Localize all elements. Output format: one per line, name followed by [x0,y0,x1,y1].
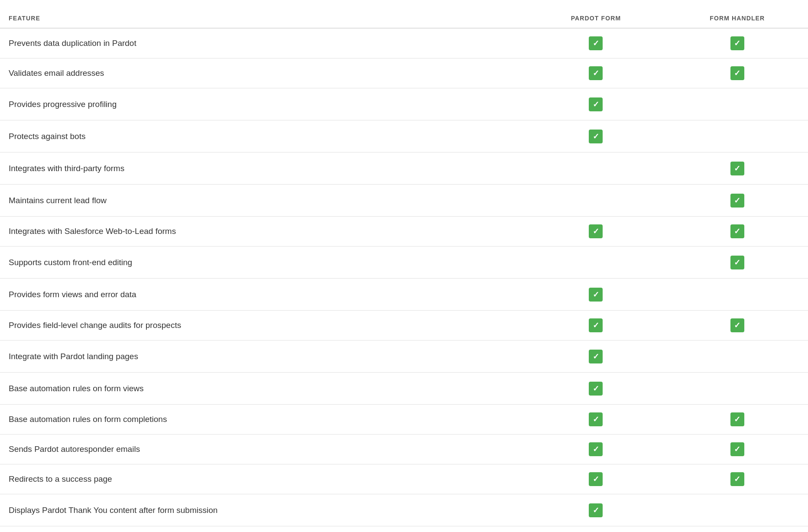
table-row: Supports custom front-end editing [0,247,808,279]
feature-cell: Base automation rules on form views [0,373,525,405]
empty-cell [730,380,744,394]
check-icon [589,66,603,80]
check-icon [589,288,603,302]
handler-cell [667,405,808,435]
empty-cell [589,160,603,174]
handler-cell [667,279,808,311]
feature-cell: Redirects to a success page [0,464,525,494]
feature-cell: Base automation rules on form completion… [0,405,525,435]
pardot-cell [525,464,666,494]
table-container: FEATURE PARDOT FORM FORM HANDLER Prevent… [0,0,808,532]
feature-cell: Sends Pardot autoresponder emails [0,435,525,464]
table-row: Displays Pardot Thank You content after … [0,494,808,526]
handler-cell [667,152,808,185]
handler-cell [667,494,808,526]
handler-cell [667,464,808,494]
table-row: Integrates with Salesforce Web-to-Lead f… [0,217,808,247]
check-icon [730,66,744,80]
feature-cell: Supports custom front-end editing [0,247,525,279]
table-row: Provides field-level change audits for p… [0,311,808,341]
empty-cell [730,348,744,362]
check-icon [730,318,744,332]
feature-cell: Provides form views and error data [0,279,525,311]
pardot-cell [525,435,666,464]
table-row: Prevents data duplication in Pardot [0,28,808,58]
handler-cell [667,120,808,152]
empty-cell [589,192,603,206]
header-pardot: PARDOT FORM [525,9,666,28]
pardot-cell [525,217,666,247]
feature-cell: Validates email addresses [0,58,525,88]
feature-cell: Displays Pardot Thank You content after … [0,494,525,526]
feature-cell: Provides field-level change audits for p… [0,311,525,341]
comparison-table: FEATURE PARDOT FORM FORM HANDLER Prevent… [0,9,808,526]
check-icon [589,130,603,143]
pardot-cell [525,279,666,311]
check-icon [730,36,744,50]
header-handler: FORM HANDLER [667,9,808,28]
table-row: Provides progressive profiling [0,88,808,120]
empty-cell [589,254,603,268]
handler-cell [667,88,808,120]
table-row: Redirects to a success page [0,464,808,494]
pardot-cell [525,152,666,185]
feature-cell: Integrates with third-party forms [0,152,525,185]
check-icon [730,194,744,208]
table-row: Validates email addresses [0,58,808,88]
pardot-cell [525,120,666,152]
pardot-cell [525,185,666,217]
check-icon [589,224,603,238]
handler-cell [667,185,808,217]
empty-cell [730,502,744,516]
pardot-cell [525,341,666,373]
table-row: Integrate with Pardot landing pages [0,341,808,373]
pardot-cell [525,247,666,279]
handler-cell [667,435,808,464]
feature-cell: Prevents data duplication in Pardot [0,28,525,58]
check-icon [730,442,744,456]
handler-cell [667,217,808,247]
check-icon [589,36,603,50]
check-icon [589,412,603,426]
check-icon [730,256,744,269]
table-row: Base automation rules on form completion… [0,405,808,435]
pardot-cell [525,58,666,88]
table-row: Maintains current lead flow [0,185,808,217]
table-row: Protects against bots [0,120,808,152]
check-icon [589,382,603,396]
feature-cell: Maintains current lead flow [0,185,525,217]
feature-cell: Provides progressive profiling [0,88,525,120]
pardot-cell [525,28,666,58]
check-icon [589,442,603,456]
check-icon [589,472,603,486]
check-icon [730,224,744,238]
pardot-cell [525,494,666,526]
table-row: Provides form views and error data [0,279,808,311]
pardot-cell [525,405,666,435]
check-icon [730,162,744,175]
handler-cell [667,58,808,88]
check-icon [730,412,744,426]
pardot-cell [525,311,666,341]
table-row: Base automation rules on form views [0,373,808,405]
header-feature: FEATURE [0,9,525,28]
handler-cell [667,341,808,373]
check-icon [589,503,603,517]
table-row: Integrates with third-party forms [0,152,808,185]
check-icon [589,318,603,332]
handler-cell [667,311,808,341]
pardot-cell [525,373,666,405]
handler-cell [667,247,808,279]
empty-cell [730,286,744,300]
empty-cell [730,96,744,110]
check-icon [589,350,603,363]
check-icon [730,472,744,486]
check-icon [589,97,603,111]
pardot-cell [525,88,666,120]
handler-cell [667,28,808,58]
handler-cell [667,373,808,405]
feature-cell: Integrates with Salesforce Web-to-Lead f… [0,217,525,247]
feature-cell: Protects against bots [0,120,525,152]
empty-cell [730,128,744,142]
table-header-row: FEATURE PARDOT FORM FORM HANDLER [0,9,808,28]
